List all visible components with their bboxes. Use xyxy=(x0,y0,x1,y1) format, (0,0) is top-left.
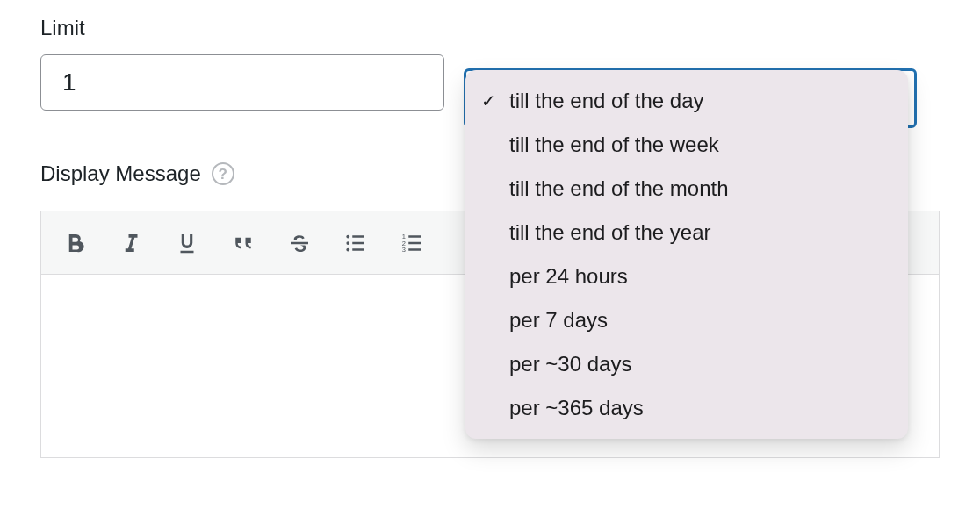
limit-input[interactable] xyxy=(40,54,444,111)
underline-button[interactable] xyxy=(162,219,212,268)
svg-text:3: 3 xyxy=(402,246,406,254)
period-option-label: till the end of the month xyxy=(509,176,729,201)
period-option[interactable]: ✓till the end of the month xyxy=(465,167,908,211)
strikethrough-icon xyxy=(286,230,313,256)
period-option[interactable]: ✓per 24 hours xyxy=(465,254,908,298)
check-icon: ✓ xyxy=(481,90,509,111)
display-message-label: Display Message xyxy=(40,161,201,186)
italic-button[interactable] xyxy=(106,219,155,268)
period-option-label: till the end of the year xyxy=(509,220,710,245)
period-option-label: till the end of the week xyxy=(509,133,719,157)
svg-rect-11 xyxy=(408,248,421,251)
period-option[interactable]: ✓till the end of the year xyxy=(465,211,908,254)
period-option-label: till the end of the day xyxy=(509,89,703,113)
help-icon[interactable]: ? xyxy=(212,162,234,185)
period-option-label: per ~30 days xyxy=(509,352,631,376)
svg-rect-4 xyxy=(352,241,364,244)
svg-point-1 xyxy=(346,241,349,245)
period-option[interactable]: ✓per 7 days xyxy=(465,298,908,342)
svg-point-0 xyxy=(346,234,349,238)
svg-point-2 xyxy=(346,247,349,251)
ordered-list-button[interactable]: 123 xyxy=(387,219,436,268)
period-option[interactable]: ✓till the end of the week xyxy=(465,123,908,167)
period-option-label: per ~365 days xyxy=(509,396,644,420)
period-dropdown[interactable]: ✓till the end of the day✓till the end of… xyxy=(465,70,908,439)
period-option[interactable]: ✓per ~365 days xyxy=(465,386,908,430)
blockquote-button[interactable] xyxy=(219,219,268,268)
svg-rect-5 xyxy=(352,248,364,251)
bold-button[interactable] xyxy=(50,219,99,268)
unordered-list-button[interactable] xyxy=(331,219,380,268)
italic-icon xyxy=(118,230,144,256)
bold-icon xyxy=(61,230,88,256)
period-option[interactable]: ✓till the end of the day xyxy=(465,79,908,123)
svg-rect-10 xyxy=(408,241,421,244)
limit-label: Limit xyxy=(40,16,940,40)
underline-icon xyxy=(174,230,200,256)
ordered-list-icon: 123 xyxy=(399,230,425,256)
unordered-list-icon xyxy=(342,230,369,256)
svg-rect-9 xyxy=(408,235,421,238)
period-option[interactable]: ✓per ~30 days xyxy=(465,342,908,386)
period-option-label: per 24 hours xyxy=(509,264,628,289)
quote-icon xyxy=(230,230,256,256)
period-option-label: per 7 days xyxy=(509,308,608,333)
svg-rect-3 xyxy=(352,235,364,238)
strikethrough-button[interactable] xyxy=(275,219,324,268)
